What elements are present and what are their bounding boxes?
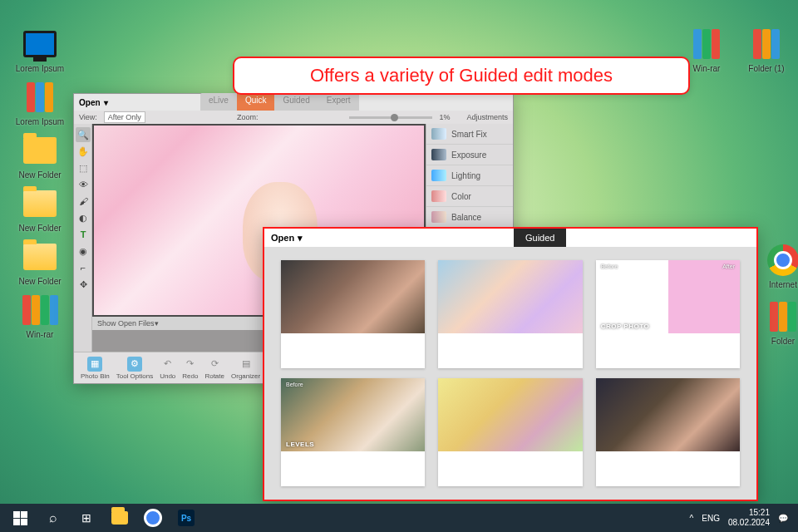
icon-label: Folder <box>771 337 795 346</box>
organizer-button[interactable]: ▤Organizer <box>231 357 260 380</box>
mode-tabs: eLive Quick Guided Expert <box>200 93 359 111</box>
binders-icon <box>22 295 58 325</box>
taskview-icon: ⊞ <box>81 511 91 525</box>
tab-expert[interactable]: Expert <box>318 93 359 111</box>
desktop-icon-monitor[interactable]: Lorem Ipsum <box>15 27 65 73</box>
chrome-button[interactable] <box>136 504 170 532</box>
desktop-icon-folder[interactable]: New Folder <box>15 133 65 180</box>
guided-card-levels[interactable]: BeforeLEVELS <box>281 378 425 486</box>
chrome-icon <box>767 244 798 276</box>
icon-label: Win-rar <box>27 330 54 339</box>
folder-icon <box>23 137 57 164</box>
open-button[interactable]: Open ▾ <box>79 98 108 107</box>
move-tool[interactable]: ✥ <box>76 277 91 292</box>
guided-edit-window: Open ▾ Guided BeforeAfterCROP PHOTO Befo… <box>263 227 758 501</box>
guided-card[interactable] <box>438 378 582 486</box>
folder-icon <box>23 190 57 217</box>
language-indicator[interactable]: ENG <box>702 514 720 523</box>
callout-banner: Offers a variety of Guided edit modes <box>233 57 690 95</box>
guided-grid: BeforeAfterCROP PHOTO BeforeLEVELS <box>264 247 756 500</box>
tab-guided[interactable]: Guided <box>274 93 318 111</box>
editor-menubar: Open ▾ eLive Quick Guided Expert <box>74 94 513 111</box>
icon-label: Folder (1) <box>748 64 784 73</box>
adj-balance[interactable]: Balance <box>426 207 513 228</box>
redo-button[interactable]: ↷Redo <box>182 357 198 380</box>
tab-quick[interactable]: Quick <box>237 93 275 111</box>
select-tool[interactable]: ⬚ <box>76 160 91 175</box>
icon-label: New Folder <box>18 277 61 286</box>
chevron-down-icon: ▾ <box>298 233 303 244</box>
rotate-button[interactable]: ⟳Rotate <box>204 357 224 380</box>
folder-icon <box>111 511 128 525</box>
taskbar: ⌕ ⊞ Ps ^ ENG 15:21 08.02.2024 💬 <box>0 504 798 532</box>
photoshop-button[interactable]: Ps <box>170 504 203 532</box>
binders-icon <box>770 302 796 332</box>
tool-palette: 🔍 ✋ ⬚ 👁 🖌 ◐ T ◉ ⌐ ✥ <box>74 124 92 352</box>
start-button[interactable] <box>3 504 37 532</box>
time: 15:21 <box>728 508 770 518</box>
desktop-icon-folder[interactable]: New Folder <box>15 186 65 233</box>
search-icon: ⌕ <box>49 510 57 525</box>
adj-color[interactable]: Color <box>426 186 513 207</box>
desktop-icon-folder1[interactable]: Folder (1) <box>741 27 791 73</box>
zoom-slider[interactable] <box>349 116 432 119</box>
editor-toolbar: View: After Only Zoom: 1% Adjustments <box>74 111 513 124</box>
binders-icon <box>27 82 53 112</box>
brush-tool[interactable]: 🖌 <box>76 194 91 209</box>
icon-label: New Folder <box>18 170 61 180</box>
search-button[interactable]: ⌕ <box>37 504 70 532</box>
callout-text: Offers a variety of Guided edit modes <box>310 65 613 86</box>
icon-label: Lorem Ipsum <box>16 64 64 73</box>
guided-header: Open ▾ Guided <box>264 229 756 247</box>
adj-exposure[interactable]: Exposure <box>426 145 513 165</box>
guided-card[interactable] <box>596 378 740 486</box>
notification-icon[interactable]: 💬 <box>778 514 788 523</box>
photo-bin-button[interactable]: ▦Photo Bin <box>81 357 110 380</box>
text-tool[interactable]: T <box>76 227 91 242</box>
tab-elive[interactable]: eLive <box>200 93 237 111</box>
adj-smartfix[interactable]: Smart Fix <box>426 124 513 145</box>
undo-button[interactable]: ↶Undo <box>160 357 175 380</box>
adjustments-header: Adjustments <box>466 113 508 121</box>
clock[interactable]: 15:21 08.02.2024 <box>728 508 770 528</box>
windows-icon <box>13 511 27 525</box>
monitor-icon <box>23 31 57 57</box>
date: 08.02.2024 <box>728 518 770 528</box>
chevron-down-icon: ▾ <box>104 98 108 107</box>
clone-tool[interactable]: ◉ <box>76 244 91 259</box>
chrome-icon <box>145 510 161 526</box>
zoom-label: Zoom: <box>237 113 259 121</box>
icon-label: Win-rar <box>693 64 721 73</box>
crop-tool[interactable]: ⌐ <box>76 260 91 275</box>
desktop-icon-folder[interactable]: Folder <box>758 299 798 346</box>
guided-card[interactable] <box>438 260 582 368</box>
desktop-icon-chrome[interactable]: Internet <box>758 243 798 289</box>
binders-icon <box>693 29 720 59</box>
view-label: View: <box>79 113 97 121</box>
icon-label: New Folder <box>18 224 61 233</box>
tray-chevron-icon[interactable]: ^ <box>690 514 694 523</box>
folder-icon <box>23 244 57 270</box>
heal-tool[interactable]: ◐ <box>76 210 91 225</box>
guided-card[interactable] <box>281 260 425 368</box>
zoom-value: 1% <box>439 113 450 121</box>
zoom-tool[interactable]: 🔍 <box>76 127 91 142</box>
tab-guided[interactable]: Guided <box>514 229 566 247</box>
tool-options-button[interactable]: ⚙Tool Options <box>116 357 153 380</box>
explorer-button[interactable] <box>103 504 136 532</box>
ps-icon: Ps <box>178 510 195 526</box>
icon-label: Internet <box>769 280 797 289</box>
open-button[interactable]: Open ▾ <box>271 233 303 244</box>
desktop-icon-folder[interactable]: New Folder <box>15 239 65 286</box>
adj-lighting[interactable]: Lighting <box>426 165 513 186</box>
guided-card-crop[interactable]: BeforeAfterCROP PHOTO <box>596 260 740 368</box>
eye-tool[interactable]: 👁 <box>76 177 91 192</box>
desktop-icon-binders[interactable]: Lorem Ipsum <box>15 80 65 126</box>
view-dropdown[interactable]: After Only <box>104 111 145 123</box>
taskview-button[interactable]: ⊞ <box>70 504 103 532</box>
icon-label: Lorem Ipsum <box>16 117 64 126</box>
binders-icon <box>753 29 780 59</box>
desktop-icon-winrar[interactable]: Win-rar <box>15 293 65 339</box>
hand-tool[interactable]: ✋ <box>76 144 91 159</box>
